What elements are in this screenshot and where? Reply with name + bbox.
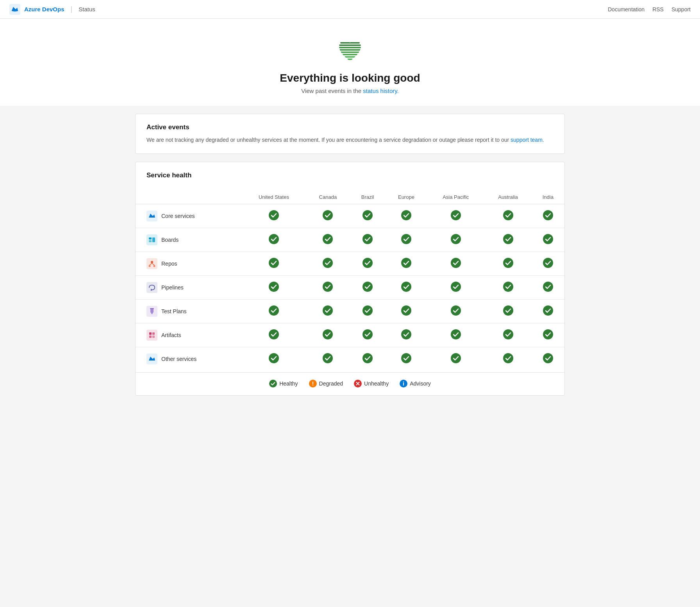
healthy-check-icon	[268, 210, 279, 221]
status-cell	[386, 204, 427, 228]
svg-point-45	[451, 282, 461, 292]
svg-rect-19	[149, 240, 152, 242]
status-cell	[242, 300, 306, 323]
status-cell	[427, 347, 484, 371]
hero-heart-icon	[8, 34, 692, 67]
service-name: Pipelines	[146, 282, 237, 293]
healthy-check-icon	[543, 210, 554, 221]
status-cell	[350, 347, 386, 371]
healthy-check-icon	[450, 281, 461, 292]
status-cell	[306, 347, 350, 371]
healthy-check-icon	[362, 234, 373, 245]
svg-rect-59	[152, 332, 155, 335]
nav-support-link[interactable]: Support	[671, 6, 691, 12]
healthy-check-icon	[543, 305, 554, 316]
service-label: Test Plans	[161, 308, 187, 314]
svg-rect-60	[149, 336, 152, 338]
nav-brand-azure: Azure	[24, 6, 42, 12]
svg-point-42	[323, 282, 333, 292]
status-cell	[242, 252, 306, 276]
status-cell	[532, 323, 564, 347]
healthy-check-icon	[362, 257, 373, 268]
status-cell	[242, 228, 306, 252]
healthy-check-icon	[322, 234, 333, 245]
healthy-check-icon	[543, 281, 554, 292]
svg-point-47	[543, 282, 553, 292]
service-name: Core services	[146, 211, 237, 221]
healthy-check-icon	[543, 234, 554, 245]
nav-rss-link[interactable]: RSS	[652, 6, 664, 12]
service-name-cell: Other services	[136, 347, 242, 371]
healthy-check-icon	[450, 234, 461, 245]
col-india: India	[532, 190, 564, 204]
status-cell	[532, 300, 564, 323]
status-cell	[386, 252, 427, 276]
svg-rect-17	[146, 234, 157, 245]
healthy-check-icon	[401, 234, 412, 245]
support-team-link[interactable]: support team.	[511, 137, 544, 143]
nav-left: Azure DevOps | Status	[9, 4, 95, 15]
status-cell	[242, 347, 306, 371]
status-history-link[interactable]: status history.	[363, 87, 398, 94]
table-row: Boards	[136, 228, 564, 252]
service-name: Test Plans	[146, 306, 237, 317]
svg-point-53	[401, 305, 411, 316]
legend-degraded-label: Degraded	[319, 380, 343, 387]
healthy-check-icon	[268, 353, 279, 364]
svg-point-74	[451, 353, 461, 363]
healthy-check-icon	[450, 257, 461, 268]
healthy-check-icon	[503, 234, 514, 245]
svg-rect-18	[149, 237, 152, 239]
navigation: Azure DevOps | Status Documentation RSS …	[0, 0, 700, 19]
service-name: Repos	[146, 258, 237, 269]
hero-subtitle-text: View past events in the	[301, 87, 363, 94]
healthy-check-icon	[503, 210, 514, 221]
nav-documentation-link[interactable]: Documentation	[608, 6, 645, 12]
active-events-message: We are not tracking any degraded or unhe…	[146, 136, 554, 144]
healthy-check-icon	[503, 329, 514, 340]
service-boards-icon	[146, 234, 157, 245]
legend-unhealthy-icon	[354, 380, 362, 387]
svg-point-46	[503, 282, 513, 292]
svg-point-54	[451, 305, 461, 316]
service-core-icon	[146, 211, 157, 221]
svg-point-76	[543, 353, 553, 363]
col-us: United States	[242, 190, 306, 204]
status-cell	[386, 300, 427, 323]
svg-point-29	[151, 261, 153, 263]
status-cell	[532, 204, 564, 228]
svg-point-32	[269, 258, 279, 268]
active-events-title: Active events	[146, 123, 554, 131]
nav-status-label: Status	[79, 6, 95, 12]
healthy-check-icon	[503, 257, 514, 268]
azure-devops-logo-icon	[9, 4, 20, 15]
healthy-check-icon	[322, 281, 333, 292]
healthy-check-icon	[362, 353, 373, 364]
status-cell	[350, 204, 386, 228]
status-cell	[484, 252, 531, 276]
status-cell	[427, 323, 484, 347]
svg-point-55	[503, 305, 513, 316]
healthy-check-icon	[322, 210, 333, 221]
service-name-cell: Core services	[136, 204, 242, 228]
healthy-check-icon	[543, 353, 554, 364]
svg-rect-39	[146, 282, 157, 293]
nav-brand-devops: DevOps	[42, 6, 64, 12]
svg-point-33	[323, 258, 333, 268]
status-cell	[350, 228, 386, 252]
healthy-check-icon	[362, 305, 373, 316]
status-cell	[350, 276, 386, 300]
col-australia: Australia	[484, 190, 531, 204]
healthy-check-icon	[503, 305, 514, 316]
svg-rect-4	[339, 49, 361, 51]
svg-text:!: !	[312, 380, 314, 387]
svg-point-73	[401, 353, 411, 363]
status-cell	[306, 204, 350, 228]
status-cell	[484, 276, 531, 300]
svg-point-36	[451, 258, 461, 268]
service-name: Boards	[146, 234, 237, 245]
legend-healthy: Healthy	[269, 380, 298, 387]
svg-point-50	[269, 305, 279, 316]
svg-rect-7	[345, 56, 355, 58]
status-cell	[427, 228, 484, 252]
